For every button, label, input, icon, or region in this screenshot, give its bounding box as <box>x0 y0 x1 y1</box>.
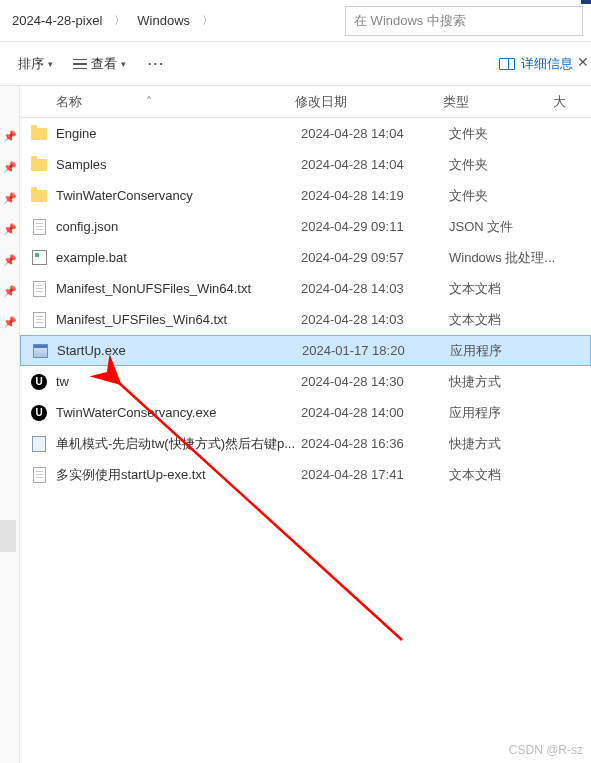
file-name: Samples <box>56 157 301 172</box>
file-row[interactable]: Manifest_NonUFSFiles_Win64.txt2024-04-28… <box>20 273 591 304</box>
file-name: Manifest_NonUFSFiles_Win64.txt <box>56 281 301 296</box>
file-date: 2024-04-28 16:36 <box>301 436 449 451</box>
file-date: 2024-04-28 14:03 <box>301 312 449 327</box>
file-date: 2024-04-29 09:57 <box>301 250 449 265</box>
file-row[interactable]: 单机模式-先启动tw(快捷方式)然后右键p...2024-04-28 16:36… <box>20 428 591 459</box>
details-pane-button[interactable]: 详细信息 <box>489 51 583 77</box>
folder-icon <box>30 156 48 174</box>
file-row[interactable]: TwinWaterConservancy2024-04-28 14:19文件夹 <box>20 180 591 211</box>
file-name: TwinWaterConservancy <box>56 188 301 203</box>
list-icon <box>73 59 87 69</box>
column-header-date[interactable]: 修改日期 <box>295 93 443 111</box>
chevron-down-icon: ▾ <box>48 59 53 69</box>
view-label: 查看 <box>91 55 117 73</box>
view-button[interactable]: 查看 ▾ <box>63 51 136 77</box>
file-date: 2024-04-28 14:03 <box>301 281 449 296</box>
chevron-down-icon: ▾ <box>121 59 126 69</box>
address-bar-row: 2024-4-28-pixel 〉 Windows 〉 在 Windows 中搜… <box>0 0 591 42</box>
file-row[interactable]: StartUp.exe2024-01-17 18:20应用程序 <box>20 335 591 366</box>
file-name: 多实例使用startUp-exe.txt <box>56 466 301 484</box>
file-row[interactable]: Samples2024-04-28 14:04文件夹 <box>20 149 591 180</box>
file-type: 文件夹 <box>449 125 579 143</box>
file-row[interactable]: config.json2024-04-29 09:11JSON 文件 <box>20 211 591 242</box>
text-file-icon <box>30 311 48 329</box>
file-row[interactable]: Manifest_UFSFiles_Win64.txt2024-04-28 14… <box>20 304 591 335</box>
file-name: Engine <box>56 126 301 141</box>
file-date: 2024-04-28 17:41 <box>301 467 449 482</box>
file-type: JSON 文件 <box>449 218 579 236</box>
file-name: example.bat <box>56 250 301 265</box>
breadcrumb-item-2[interactable]: Windows <box>129 9 198 32</box>
shortcut-icon <box>30 435 48 453</box>
file-type: Windows 批处理... <box>449 249 579 267</box>
text-file-icon <box>30 466 48 484</box>
header-name-label: 名称 <box>56 93 82 111</box>
column-header-size[interactable]: 大 <box>553 93 591 111</box>
file-date: 2024-04-28 14:00 <box>301 405 449 420</box>
folder-icon <box>30 125 48 143</box>
watermark: CSDN @R-sz <box>509 743 583 757</box>
file-pane: 名称 ˄ 修改日期 类型 大 Engine2024-04-28 14:04文件夹… <box>20 86 591 763</box>
file-name: Manifest_UFSFiles_Win64.txt <box>56 312 301 327</box>
application-icon <box>31 342 49 360</box>
file-type: 文本文档 <box>449 311 579 329</box>
close-icon[interactable]: ✕ <box>573 50 591 74</box>
toolbar: 排序 ▾ 查看 ▾ ··· 详细信息 <box>0 42 591 86</box>
details-label: 详细信息 <box>521 55 573 73</box>
column-header-type[interactable]: 类型 <box>443 93 553 111</box>
unreal-icon: U <box>30 404 48 422</box>
file-type: 快捷方式 <box>449 435 579 453</box>
chevron-right-icon[interactable]: 〉 <box>110 13 129 28</box>
file-date: 2024-04-28 14:04 <box>301 126 449 141</box>
file-name: StartUp.exe <box>57 343 302 358</box>
pin-icon[interactable]: 📌 <box>3 254 17 267</box>
text-file-icon <box>30 218 48 236</box>
file-date: 2024-04-29 09:11 <box>301 219 449 234</box>
quick-access-rail: 📌 📌 📌 📌 📌 📌 📌 <box>0 86 20 763</box>
folder-icon <box>30 187 48 205</box>
column-headers: 名称 ˄ 修改日期 类型 大 <box>20 86 591 118</box>
sort-label: 排序 <box>18 55 44 73</box>
pin-icon[interactable]: 📌 <box>3 130 17 143</box>
file-date: 2024-01-17 18:20 <box>302 343 450 358</box>
file-list: Engine2024-04-28 14:04文件夹Samples2024-04-… <box>20 118 591 490</box>
sort-indicator-icon: ˄ <box>146 95 152 109</box>
pin-icon[interactable]: 📌 <box>3 161 17 174</box>
file-name: config.json <box>56 219 301 234</box>
unreal-icon: U <box>30 373 48 391</box>
sort-button[interactable]: 排序 ▾ <box>8 51 63 77</box>
text-file-icon <box>30 280 48 298</box>
file-name: tw <box>56 374 301 389</box>
file-date: 2024-04-28 14:30 <box>301 374 449 389</box>
search-placeholder: 在 Windows 中搜索 <box>354 12 466 30</box>
file-type: 文件夹 <box>449 187 579 205</box>
column-header-name[interactable]: 名称 ˄ <box>20 93 295 111</box>
file-name: TwinWaterConservancy.exe <box>56 405 301 420</box>
file-type: 文本文档 <box>449 466 579 484</box>
file-type: 应用程序 <box>449 404 579 422</box>
breadcrumb[interactable]: 2024-4-28-pixel 〉 Windows 〉 <box>0 9 345 32</box>
scrollbar-track[interactable] <box>0 520 16 552</box>
file-name: 单机模式-先启动tw(快捷方式)然后右键p... <box>56 435 301 453</box>
file-type: 应用程序 <box>450 342 580 360</box>
file-date: 2024-04-28 14:19 <box>301 188 449 203</box>
file-type: 文件夹 <box>449 156 579 174</box>
main-area: 📌 📌 📌 📌 📌 📌 📌 名称 ˄ 修改日期 类型 大 Engine2024-… <box>0 86 591 763</box>
more-button[interactable]: ··· <box>136 52 177 75</box>
file-row[interactable]: Engine2024-04-28 14:04文件夹 <box>20 118 591 149</box>
file-date: 2024-04-28 14:04 <box>301 157 449 172</box>
file-row[interactable]: UTwinWaterConservancy.exe2024-04-28 14:0… <box>20 397 591 428</box>
pin-icon[interactable]: 📌 <box>3 223 17 236</box>
file-row[interactable]: Utw2024-04-28 14:30快捷方式 <box>20 366 591 397</box>
file-type: 快捷方式 <box>449 373 579 391</box>
file-row[interactable]: example.bat2024-04-29 09:57Windows 批处理..… <box>20 242 591 273</box>
pin-icon[interactable]: 📌 <box>3 316 17 329</box>
pin-icon[interactable]: 📌 <box>3 285 17 298</box>
chevron-right-icon[interactable]: 〉 <box>198 13 217 28</box>
pin-icon[interactable]: 📌 <box>3 192 17 205</box>
file-row[interactable]: 多实例使用startUp-exe.txt2024-04-28 17:41文本文档 <box>20 459 591 490</box>
search-input[interactable]: 在 Windows 中搜索 <box>345 6 583 36</box>
breadcrumb-item-1[interactable]: 2024-4-28-pixel <box>4 9 110 32</box>
window-accent <box>581 0 591 4</box>
file-type: 文本文档 <box>449 280 579 298</box>
